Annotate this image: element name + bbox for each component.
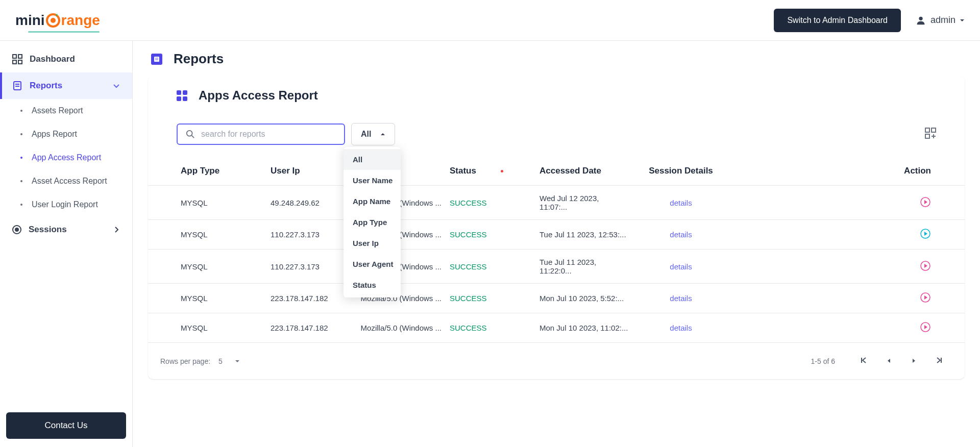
- sidebar-item-label: Apps Report: [32, 130, 77, 139]
- cell-details: details: [632, 250, 729, 283]
- cell-details: details: [632, 313, 729, 342]
- bullet-icon: [20, 110, 22, 112]
- first-page-button[interactable]: [855, 352, 872, 370]
- user-menu[interactable]: admin: [915, 15, 965, 26]
- svg-rect-5: [13, 60, 16, 64]
- table-row: MYSQL 223.178.147.182 Mozilla/5.0 (Windo…: [148, 284, 965, 313]
- reports-icon: [12, 81, 22, 91]
- caret-down-icon[interactable]: [235, 359, 240, 364]
- dashboard-icon: [12, 54, 22, 64]
- contact-us-button[interactable]: Contact Us: [6, 412, 126, 439]
- cell-date: Wed Jul 12 2023, 11:07:...: [535, 186, 632, 219]
- search-input[interactable]: [201, 130, 336, 139]
- search-box[interactable]: [177, 123, 345, 145]
- sidebar-item-label: App Access Report: [32, 153, 101, 162]
- sessions-icon: [12, 225, 21, 234]
- details-link[interactable]: details: [670, 198, 692, 207]
- details-link[interactable]: details: [670, 294, 692, 303]
- cell-app-type: MYSQL: [177, 220, 266, 249]
- dropdown-item-user-name[interactable]: User Name: [344, 170, 401, 191]
- cell-action: [729, 186, 936, 219]
- page-title-row: Reports: [148, 51, 965, 67]
- cell-details: details: [632, 284, 729, 313]
- dropdown-item-user-ip[interactable]: User Ip: [344, 233, 401, 254]
- col-action[interactable]: Action: [729, 157, 936, 185]
- switch-dashboard-button[interactable]: Switch to Admin Dashboard: [774, 9, 901, 32]
- cell-action: [729, 313, 936, 342]
- dropdown-item-status[interactable]: Status: [344, 275, 401, 295]
- cell-user-ip: 49.248.249.62: [266, 186, 356, 219]
- view-toggle-button[interactable]: [925, 128, 936, 141]
- next-page-button[interactable]: [906, 353, 921, 369]
- col-app-type[interactable]: App Type: [177, 157, 266, 185]
- details-link[interactable]: details: [670, 262, 692, 271]
- col-session-details[interactable]: Session Details: [632, 157, 729, 185]
- cell-app-type: MYSQL: [177, 186, 266, 219]
- play-action-button[interactable]: [920, 292, 931, 305]
- card-title: Apps Access Report: [199, 88, 318, 103]
- cell-details: details: [632, 186, 729, 219]
- play-action-button[interactable]: [920, 321, 931, 334]
- details-link[interactable]: details: [670, 324, 692, 332]
- dropdown-item-app-type[interactable]: App Type: [344, 212, 401, 233]
- cell-status: SUCCESS: [446, 186, 535, 219]
- play-action-button[interactable]: [920, 228, 931, 241]
- main-content: Reports Apps Access Report All: [133, 41, 980, 447]
- user-name: admin: [930, 15, 955, 26]
- sidebar-item-sessions[interactable]: Sessions: [0, 216, 132, 243]
- cell-status: SUCCESS: [446, 220, 535, 249]
- table-row: MYSQL 110.227.3.173 Mozilla/5.0 (Windows…: [148, 250, 965, 284]
- dropdown-item-user-agent[interactable]: User Agent: [344, 254, 401, 275]
- dropdown-item-all[interactable]: All: [344, 149, 401, 170]
- sidebar-item-label: Assets Report: [32, 106, 83, 115]
- status-indicator-dot: [501, 170, 503, 172]
- cell-status: SUCCESS: [446, 313, 535, 342]
- sidebar-item-user-login-report[interactable]: User Login Report: [15, 193, 132, 216]
- cell-date: Mon Jul 10 2023, 5:52:...: [535, 284, 632, 313]
- details-link[interactable]: details: [670, 230, 692, 239]
- col-user-ip[interactable]: User Ip: [266, 157, 356, 185]
- prev-page-button[interactable]: [882, 353, 896, 369]
- sidebar: Dashboard Reports Assets Report Apps Rep…: [0, 41, 133, 447]
- filter-dropdown[interactable]: All All User Name App Name App Type User…: [351, 123, 395, 145]
- logo-text-mini: mini: [15, 12, 45, 29]
- col-accessed-date[interactable]: Accessed Date: [535, 157, 632, 185]
- rows-per-page-value[interactable]: 5: [218, 357, 223, 365]
- col-status[interactable]: Status: [446, 157, 535, 185]
- cell-user-ip: 223.178.147.182: [266, 284, 356, 313]
- svg-rect-16: [932, 128, 936, 132]
- svg-rect-10: [154, 57, 159, 62]
- cell-status: SUCCESS: [446, 284, 535, 313]
- sidebar-item-label: Asset Access Report: [32, 177, 107, 186]
- caret-up-icon: [380, 132, 385, 137]
- table-row: MYSQL 223.178.147.182 Mozilla/5.0 (Windo…: [148, 313, 965, 343]
- logo[interactable]: mini range: [15, 12, 100, 29]
- report-card: Apps Access Report All All: [148, 76, 965, 379]
- cell-status: SUCCESS: [446, 250, 535, 283]
- sidebar-item-dashboard[interactable]: Dashboard: [0, 46, 132, 72]
- col-status-label: Status: [450, 166, 476, 176]
- cell-action: [729, 250, 936, 283]
- sidebar-item-asset-access-report[interactable]: Asset Access Report: [15, 169, 132, 193]
- apps-grid-icon: [177, 90, 187, 101]
- last-page-button[interactable]: [931, 352, 947, 370]
- page-title-icon: [151, 54, 162, 65]
- subnav: Assets Report Apps Report App Access Rep…: [0, 99, 132, 216]
- dropdown-item-app-name[interactable]: App Name: [344, 191, 401, 212]
- sidebar-item-assets-report[interactable]: Assets Report: [15, 99, 132, 122]
- cell-app-type: MYSQL: [177, 284, 266, 313]
- sidebar-item-label: Dashboard: [30, 54, 75, 64]
- sidebar-item-app-access-report[interactable]: App Access Report: [15, 146, 132, 169]
- pagination: Rows per page: 5 1-5 of 6: [148, 343, 965, 379]
- cell-app-type: MYSQL: [177, 250, 266, 283]
- cell-action: [729, 220, 936, 249]
- svg-point-2: [919, 16, 922, 20]
- search-icon: [186, 130, 195, 139]
- svg-rect-4: [18, 55, 22, 58]
- sidebar-item-apps-report[interactable]: Apps Report: [15, 122, 132, 146]
- card-header: Apps Access Report: [148, 76, 965, 115]
- sidebar-item-reports[interactable]: Reports: [0, 72, 132, 99]
- play-action-button[interactable]: [920, 196, 931, 209]
- chevron-right-icon: [113, 226, 120, 233]
- play-action-button[interactable]: [920, 260, 931, 273]
